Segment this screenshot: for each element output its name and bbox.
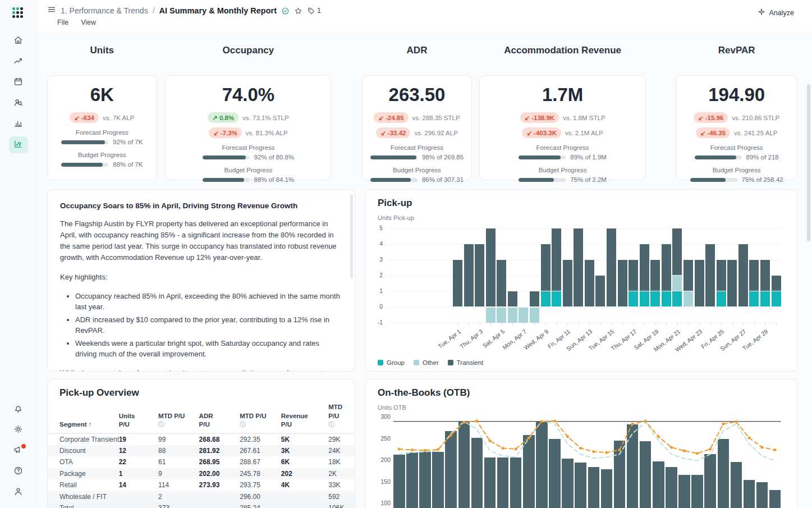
transient-bar-segment[interactable]	[650, 260, 660, 291]
otb-bar[interactable]	[575, 463, 586, 508]
otb-bar[interactable]	[445, 431, 457, 508]
transient-bar-segment[interactable]	[563, 260, 572, 306]
otb-bar[interactable]	[678, 475, 690, 508]
check-circle-icon[interactable]	[281, 7, 290, 15]
hamburger-icon[interactable]	[47, 5, 56, 16]
otb-bar[interactable]	[653, 461, 664, 508]
menu-file[interactable]: File	[57, 19, 68, 26]
transient-bar-segment[interactable]	[574, 228, 583, 306]
group-bar-segment[interactable]	[640, 291, 649, 306]
otb-bar[interactable]	[393, 455, 405, 508]
otb-bar[interactable]	[484, 457, 496, 508]
legend-item-group[interactable]: Group	[378, 359, 405, 366]
other-bar-segment-negative[interactable]	[508, 308, 517, 323]
transient-bar-segment[interactable]	[662, 244, 671, 291]
otb-bar[interactable]	[536, 421, 548, 508]
otb-bar[interactable]	[419, 452, 431, 508]
transient-bar-segment[interactable]	[552, 228, 561, 291]
other-bar-segment[interactable]	[683, 291, 693, 306]
column-header-revenue[interactable]: RevenueP/U	[281, 403, 328, 433]
otb-bar[interactable]	[458, 421, 470, 508]
breadcrumb-section[interactable]: 1. Performance & Trends	[61, 6, 148, 15]
sidebar-item-scatter-chart[interactable]	[9, 136, 28, 153]
column-header-adr[interactable]: ADRP/U	[199, 403, 240, 433]
transient-bar-segment[interactable]	[607, 228, 616, 306]
group-bar-segment[interactable]	[749, 291, 759, 306]
transient-bar-segment[interactable]	[749, 260, 759, 291]
sidebar-item-user[interactable]	[9, 484, 28, 501]
page-scrollbar[interactable]	[807, 84, 810, 241]
otb-bar[interactable]	[510, 457, 522, 508]
info-icon[interactable]: ⓘ	[158, 421, 164, 428]
group-bar-segment[interactable]	[650, 291, 660, 306]
group-bar-segment[interactable]	[760, 291, 770, 306]
otb-bar[interactable]	[497, 457, 509, 508]
otb-bar[interactable]	[471, 438, 483, 508]
column-header-units[interactable]: UnitsP/U	[119, 403, 158, 433]
transient-bar-segment[interactable]	[497, 260, 506, 306]
sidebar-item-megaphone[interactable]	[9, 442, 28, 459]
group-bar-segment[interactable]	[552, 291, 561, 306]
sidebar-item-bell[interactable]	[9, 401, 28, 418]
otb-bar[interactable]	[744, 480, 755, 508]
otb-bar[interactable]	[731, 462, 742, 508]
otb-bar[interactable]	[406, 452, 418, 508]
transient-bar-segment[interactable]	[464, 244, 474, 306]
otb-bar[interactable]	[756, 482, 768, 508]
transient-bar-segment[interactable]	[705, 244, 715, 306]
otb-bar[interactable]	[601, 469, 613, 508]
transient-bar-segment[interactable]	[595, 276, 605, 306]
group-bar-segment[interactable]	[662, 291, 671, 306]
tag-icon[interactable]: 1	[307, 7, 321, 15]
transient-bar-segment[interactable]	[453, 260, 462, 306]
otb-bar[interactable]	[718, 439, 730, 508]
group-bar-segment[interactable]	[772, 291, 781, 306]
transient-bar-segment[interactable]	[508, 291, 517, 306]
column-header-mtd-p-u[interactable]: MTD P/Uⓘ	[328, 403, 355, 433]
sidebar-item-gear[interactable]	[9, 422, 28, 438]
info-icon[interactable]: ⓘ	[240, 421, 246, 428]
analyze-button[interactable]: Analyze	[758, 8, 794, 17]
info-icon[interactable]: ⓘ	[328, 421, 334, 428]
transient-bar-segment[interactable]	[760, 260, 770, 291]
other-bar-segment-negative[interactable]	[519, 308, 528, 323]
other-bar-segment-negative[interactable]	[486, 308, 496, 323]
menu-view[interactable]: View	[81, 19, 96, 26]
otb-bar[interactable]	[614, 441, 626, 508]
transient-bar-segment[interactable]	[672, 228, 682, 275]
transient-bar-segment[interactable]	[486, 228, 496, 306]
legend-item-transient[interactable]: Transient	[448, 359, 484, 366]
group-bar-segment[interactable]	[717, 291, 726, 306]
otb-bar[interactable]	[588, 467, 600, 508]
transient-bar-segment[interactable]	[640, 244, 649, 291]
summary-scrollbar[interactable]	[350, 194, 353, 278]
group-bar-segment[interactable]	[541, 291, 550, 306]
otb-bar[interactable]	[549, 439, 561, 508]
other-bar-segment-negative[interactable]	[530, 308, 539, 323]
sidebar-item-trend-chart[interactable]	[9, 53, 28, 70]
sidebar-item-help[interactable]	[9, 463, 28, 480]
sidebar-item-bar-chart[interactable]	[9, 116, 28, 132]
sidebar-item-home[interactable]	[9, 33, 28, 49]
column-header-mtd-p-u[interactable]: MTD P/Uⓘ	[240, 403, 281, 433]
transient-bar-segment[interactable]	[530, 291, 539, 306]
transient-bar-segment[interactable]	[585, 260, 594, 306]
app-logo[interactable]	[12, 7, 24, 19]
transient-bar-segment[interactable]	[541, 244, 550, 291]
otb-bar[interactable]	[627, 424, 639, 508]
group-bar-segment[interactable]	[629, 291, 638, 306]
transient-bar-segment[interactable]	[475, 244, 484, 306]
otb-bar[interactable]	[640, 441, 652, 508]
otb-bar[interactable]	[769, 490, 781, 508]
transient-bar-segment[interactable]	[695, 260, 704, 306]
group-bar-segment[interactable]	[672, 291, 682, 306]
sidebar-item-people-search[interactable]	[9, 95, 28, 112]
transient-bar-segment[interactable]	[727, 260, 737, 306]
other-bar-segment[interactable]	[672, 276, 682, 291]
otb-bar[interactable]	[666, 467, 677, 508]
sidebar-item-calendar[interactable]	[9, 74, 28, 91]
transient-bar-segment[interactable]	[738, 244, 748, 306]
otb-bar[interactable]	[562, 459, 574, 508]
legend-item-other[interactable]: Other	[414, 359, 439, 366]
transient-bar-segment[interactable]	[629, 260, 638, 291]
